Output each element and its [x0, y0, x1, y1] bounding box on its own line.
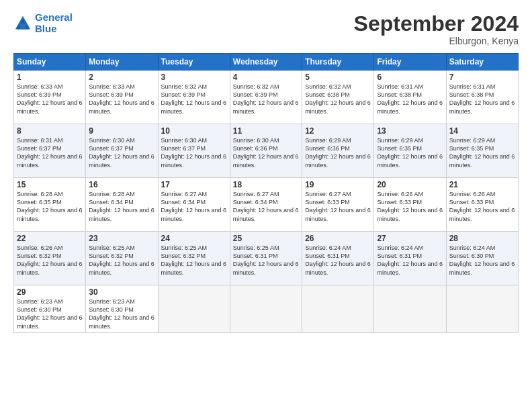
cell-info: Sunrise: 6:27 AMSunset: 6:34 PMDaylight:… — [233, 191, 299, 222]
week-row-3: 15 Sunrise: 6:28 AMSunset: 6:35 PMDaylig… — [14, 178, 519, 232]
cell-info: Sunrise: 6:27 AMSunset: 6:33 PMDaylight:… — [305, 191, 371, 222]
week-row-5: 29 Sunrise: 6:23 AMSunset: 6:30 PMDaylig… — [14, 285, 519, 333]
cal-cell — [446, 285, 518, 333]
cal-cell — [158, 285, 230, 333]
day-number: 4 — [233, 73, 299, 82]
cal-cell — [302, 285, 374, 333]
cal-cell: 9 Sunrise: 6:30 AMSunset: 6:37 PMDayligh… — [86, 124, 158, 178]
cell-info: Sunrise: 6:24 AMSunset: 6:31 PMDaylight:… — [305, 244, 371, 275]
cell-info: Sunrise: 6:28 AMSunset: 6:34 PMDaylight:… — [89, 191, 154, 222]
day-number: 8 — [17, 126, 83, 136]
cal-cell: 15 Sunrise: 6:28 AMSunset: 6:35 PMDaylig… — [14, 178, 86, 232]
header: General Blue September 2024 Elburgon, Ke… — [13, 12, 519, 46]
page: General Blue September 2024 Elburgon, Ke… — [0, 0, 532, 411]
cal-cell: 11 Sunrise: 6:30 AMSunset: 6:36 PMDaylig… — [230, 124, 302, 178]
day-number: 24 — [161, 234, 227, 243]
cell-info: Sunrise: 6:23 AMSunset: 6:30 PMDaylight:… — [89, 298, 154, 329]
day-number: 29 — [17, 287, 83, 297]
cell-info: Sunrise: 6:30 AMSunset: 6:36 PMDaylight:… — [233, 137, 299, 168]
col-header-saturday: Saturday — [446, 54, 518, 71]
cell-info: Sunrise: 6:29 AMSunset: 6:36 PMDaylight:… — [305, 137, 371, 168]
cell-info: Sunrise: 6:26 AMSunset: 6:32 PMDaylight:… — [17, 244, 83, 275]
cal-cell: 1 Sunrise: 6:33 AMSunset: 6:39 PMDayligh… — [14, 71, 86, 124]
cal-cell: 29 Sunrise: 6:23 AMSunset: 6:30 PMDaylig… — [14, 285, 86, 333]
cal-cell: 6 Sunrise: 6:31 AMSunset: 6:38 PMDayligh… — [374, 71, 446, 124]
day-number: 7 — [449, 73, 515, 82]
location: Elburgon, Kenya — [354, 36, 519, 46]
col-header-sunday: Sunday — [14, 54, 86, 71]
day-number: 10 — [161, 126, 227, 136]
day-number: 26 — [305, 234, 371, 243]
cell-info: Sunrise: 6:33 AMSunset: 6:39 PMDaylight:… — [17, 83, 83, 114]
cal-cell: 17 Sunrise: 6:27 AMSunset: 6:34 PMDaylig… — [158, 178, 230, 232]
day-number: 6 — [377, 73, 443, 82]
col-header-tuesday: Tuesday — [158, 54, 230, 71]
day-number: 28 — [449, 234, 515, 243]
col-header-wednesday: Wednesday — [230, 54, 302, 71]
col-header-thursday: Thursday — [302, 54, 374, 71]
cell-info: Sunrise: 6:31 AMSunset: 6:37 PMDaylight:… — [17, 137, 83, 168]
cell-info: Sunrise: 6:26 AMSunset: 6:33 PMDaylight:… — [449, 191, 515, 222]
cal-cell: 14 Sunrise: 6:29 AMSunset: 6:35 PMDaylig… — [446, 124, 518, 178]
cal-cell: 19 Sunrise: 6:27 AMSunset: 6:33 PMDaylig… — [302, 178, 374, 232]
cell-info: Sunrise: 6:31 AMSunset: 6:38 PMDaylight:… — [449, 83, 515, 114]
cal-cell: 24 Sunrise: 6:25 AMSunset: 6:32 PMDaylig… — [158, 232, 230, 285]
month-title: September 2024 — [354, 12, 519, 36]
cell-info: Sunrise: 6:25 AMSunset: 6:32 PMDaylight:… — [161, 244, 227, 275]
day-number: 16 — [89, 180, 154, 189]
cell-info: Sunrise: 6:29 AMSunset: 6:35 PMDaylight:… — [449, 137, 515, 168]
cal-cell: 12 Sunrise: 6:29 AMSunset: 6:36 PMDaylig… — [302, 124, 374, 178]
day-number: 13 — [377, 126, 443, 136]
cell-info: Sunrise: 6:24 AMSunset: 6:30 PMDaylight:… — [449, 244, 515, 275]
day-number: 5 — [305, 73, 371, 82]
cell-info: Sunrise: 6:30 AMSunset: 6:37 PMDaylight:… — [89, 137, 154, 168]
svg-rect-2 — [20, 24, 26, 29]
day-number: 27 — [377, 234, 443, 243]
cell-info: Sunrise: 6:26 AMSunset: 6:33 PMDaylight:… — [377, 191, 443, 222]
day-number: 23 — [89, 234, 154, 243]
cell-info: Sunrise: 6:25 AMSunset: 6:31 PMDaylight:… — [233, 244, 299, 275]
cell-info: Sunrise: 6:23 AMSunset: 6:30 PMDaylight:… — [17, 298, 83, 329]
day-number: 30 — [89, 287, 154, 297]
cell-info: Sunrise: 6:31 AMSunset: 6:38 PMDaylight:… — [377, 83, 443, 114]
cal-cell: 2 Sunrise: 6:33 AMSunset: 6:39 PMDayligh… — [86, 71, 158, 124]
col-header-friday: Friday — [374, 54, 446, 71]
week-row-1: 1 Sunrise: 6:33 AMSunset: 6:39 PMDayligh… — [14, 71, 519, 124]
day-number: 18 — [233, 180, 299, 189]
cal-cell: 7 Sunrise: 6:31 AMSunset: 6:38 PMDayligh… — [446, 71, 518, 124]
cell-info: Sunrise: 6:25 AMSunset: 6:32 PMDaylight:… — [89, 244, 154, 275]
cal-cell: 13 Sunrise: 6:29 AMSunset: 6:35 PMDaylig… — [374, 124, 446, 178]
day-number: 3 — [161, 73, 227, 82]
day-number: 19 — [305, 180, 371, 189]
header-row: SundayMondayTuesdayWednesdayThursdayFrid… — [14, 54, 519, 71]
cal-cell: 21 Sunrise: 6:26 AMSunset: 6:33 PMDaylig… — [446, 178, 518, 232]
cal-cell — [230, 285, 302, 333]
calendar-table: SundayMondayTuesdayWednesdayThursdayFrid… — [13, 53, 519, 333]
cell-info: Sunrise: 6:27 AMSunset: 6:34 PMDaylight:… — [161, 191, 227, 222]
cal-cell: 25 Sunrise: 6:25 AMSunset: 6:31 PMDaylig… — [230, 232, 302, 285]
day-number: 25 — [233, 234, 299, 243]
cal-cell — [374, 285, 446, 333]
logo-text: General Blue — [35, 12, 73, 34]
cell-info: Sunrise: 6:33 AMSunset: 6:39 PMDaylight:… — [89, 83, 154, 114]
cell-info: Sunrise: 6:24 AMSunset: 6:31 PMDaylight:… — [377, 244, 443, 275]
title-block: September 2024 Elburgon, Kenya — [354, 12, 519, 46]
cal-cell: 16 Sunrise: 6:28 AMSunset: 6:34 PMDaylig… — [86, 178, 158, 232]
cal-cell: 22 Sunrise: 6:26 AMSunset: 6:32 PMDaylig… — [14, 232, 86, 285]
cal-cell: 5 Sunrise: 6:32 AMSunset: 6:38 PMDayligh… — [302, 71, 374, 124]
day-number: 11 — [233, 126, 299, 136]
cal-cell: 28 Sunrise: 6:24 AMSunset: 6:30 PMDaylig… — [446, 232, 518, 285]
cell-info: Sunrise: 6:29 AMSunset: 6:35 PMDaylight:… — [377, 137, 443, 168]
logo: General Blue — [13, 12, 73, 34]
day-number: 21 — [449, 180, 515, 189]
day-number: 20 — [377, 180, 443, 189]
logo-general: General — [35, 11, 73, 23]
cal-cell: 3 Sunrise: 6:32 AMSunset: 6:39 PMDayligh… — [158, 71, 230, 124]
cell-info: Sunrise: 6:32 AMSunset: 6:39 PMDaylight:… — [233, 83, 299, 114]
day-number: 22 — [17, 234, 83, 243]
cal-cell: 30 Sunrise: 6:23 AMSunset: 6:30 PMDaylig… — [86, 285, 158, 333]
week-row-2: 8 Sunrise: 6:31 AMSunset: 6:37 PMDayligh… — [14, 124, 519, 178]
cal-cell: 10 Sunrise: 6:30 AMSunset: 6:37 PMDaylig… — [158, 124, 230, 178]
logo-icon — [13, 14, 32, 33]
cal-cell: 20 Sunrise: 6:26 AMSunset: 6:33 PMDaylig… — [374, 178, 446, 232]
